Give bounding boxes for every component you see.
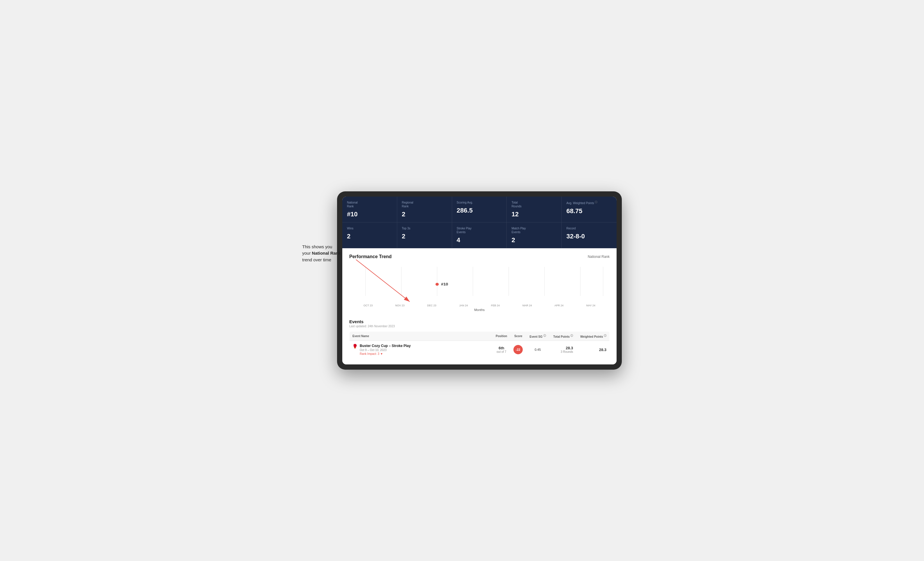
- stats-row-2: Wins 2 Top 3s 2 Stroke PlayEvents 4 Matc…: [342, 223, 616, 248]
- perf-header: Performance Trend National Rank: [349, 254, 610, 259]
- chart-x-labels: OCT 23 NOV 23 DEC 23 JAN 24 FEB 24 MAR 2…: [349, 304, 610, 307]
- annotation-line2-bold: National Rank: [312, 251, 341, 256]
- x-label-feb24: FEB 24: [479, 304, 512, 307]
- chart-x-axis-title: Months: [349, 308, 610, 311]
- events-table-head: Event Name Position Score Event SG ⓘ Tot…: [350, 331, 610, 341]
- events-table-header-row: Event Name Position Score Event SG ⓘ Tot…: [350, 331, 610, 341]
- events-table: Event Name Position Score Event SG ⓘ Tot…: [349, 331, 610, 359]
- stats-row-1: NationalRank #10 RegionalRank 2 Scoring …: [342, 197, 616, 223]
- col-weighted-points: Weighted Points ⓘ: [576, 331, 609, 341]
- col-event-sg: Event SG ⓘ: [526, 331, 549, 341]
- annotation-text: This shows you your National Rank trend …: [302, 244, 366, 263]
- stat-top3s: Top 3s 2: [397, 223, 452, 248]
- stat-regional-rank: RegionalRank 2: [397, 197, 452, 223]
- total-points-value: 28.3: [552, 346, 573, 350]
- stat-match-play-events: Match PlayEvents 2: [507, 223, 562, 248]
- x-label-oct23: OCT 23: [352, 304, 384, 307]
- col-position: Position: [492, 331, 510, 341]
- x-label-nov23: NOV 23: [384, 304, 416, 307]
- position-sub: out of 7: [495, 350, 508, 353]
- col-event-name: Event Name: [350, 331, 492, 341]
- stat-total-rounds: TotalRounds 12: [507, 197, 562, 223]
- events-section: Events Last updated: 24th November 2023 …: [342, 319, 616, 364]
- stat-national-rank: NationalRank #10: [342, 197, 397, 223]
- event-name-main: Buster Cozy Cup – Stroke Play: [360, 344, 411, 348]
- event-total-points-cell: 28.3 3 Rounds: [549, 341, 576, 359]
- performance-chart: #10: [349, 264, 610, 302]
- annotation-line1: This shows you: [302, 244, 332, 249]
- event-position-cell: 6th out of 7: [492, 341, 510, 359]
- annotation-line2-prefix: your: [302, 251, 312, 256]
- rank-impact-direction-icon: ▼: [380, 352, 383, 355]
- tablet-device: NationalRank #10 RegionalRank 2 Scoring …: [337, 191, 622, 370]
- svg-point-10: [435, 283, 439, 286]
- x-label-jan24: JAN 24: [448, 304, 480, 307]
- stat-stroke-play-events: Stroke PlayEvents 4: [452, 223, 507, 248]
- event-score-cell: -22: [510, 341, 526, 359]
- events-title: Events: [349, 319, 610, 324]
- chart-area: #10: [349, 264, 610, 302]
- event-weighted-points-cell: 28.3: [576, 341, 609, 359]
- event-name-details: Buster Cozy Cup – Stroke Play Oct 9 – Oc…: [360, 344, 411, 355]
- stat-record: Record 32-8-0: [562, 223, 616, 248]
- events-last-updated: Last updated: 24th November 2023: [349, 325, 610, 328]
- table-row: 🥊 Buster Cozy Cup – Stroke Play Oct 9 – …: [350, 341, 610, 359]
- rank-impact: Rank Impact: 3 ▼: [360, 352, 411, 355]
- rank-impact-label: Rank Impact: 3: [360, 352, 379, 355]
- event-date: Oct 9 – Oct 10, 2023: [360, 349, 411, 352]
- annotation-line3: trend over time: [302, 257, 331, 262]
- position-main: 6th: [495, 346, 508, 350]
- event-name-cell: 🥊 Buster Cozy Cup – Stroke Play Oct 9 – …: [350, 341, 492, 359]
- stat-scoring-avg: Scoring Avg. 286.5: [452, 197, 507, 223]
- x-label-mar24: MAR 24: [512, 304, 543, 307]
- event-icon: 🥊: [352, 344, 357, 349]
- weighted-points-value: 28.3: [579, 347, 606, 352]
- col-total-points: Total Points ⓘ: [549, 331, 576, 341]
- col-score: Score: [510, 331, 526, 341]
- performance-trend-section: Performance Trend National Rank: [342, 248, 616, 319]
- total-points-rounds: 3 Rounds: [552, 350, 573, 353]
- x-label-apr24: APR 24: [543, 304, 575, 307]
- events-table-body: 🥊 Buster Cozy Cup – Stroke Play Oct 9 – …: [350, 341, 610, 359]
- svg-text:#10: #10: [441, 282, 448, 286]
- tablet-screen: NationalRank #10 RegionalRank 2 Scoring …: [342, 197, 616, 364]
- stat-avg-weighted-points: Avg. Weighted Points ⓘ 68.75: [562, 197, 616, 223]
- x-label-dec23: DEC 23: [416, 304, 448, 307]
- event-sg-cell: 0.45: [526, 341, 549, 359]
- x-label-may24: MAY 24: [575, 304, 607, 307]
- perf-label-right: National Rank: [588, 255, 610, 259]
- score-badge: -22: [513, 345, 523, 354]
